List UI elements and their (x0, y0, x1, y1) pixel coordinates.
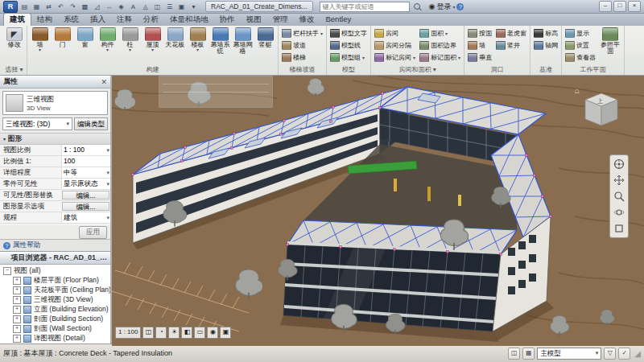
tab-insert[interactable]: 插入 (85, 14, 111, 26)
edit-button[interactable]: 编辑... (62, 191, 109, 200)
model-text-button[interactable]: 模型文字 (328, 27, 369, 39)
tab-view[interactable]: 视图 (241, 14, 267, 26)
unlocked-view-icon[interactable]: ▣ (220, 327, 231, 339)
expand-icon[interactable]: + (13, 315, 21, 323)
model-canvas[interactable]: ⌂ 上 (112, 76, 644, 346)
tree-item-building-section[interactable]: +剖面 (Building Section) (0, 315, 110, 324)
aligned-dimension-icon[interactable]: ↔ (104, 2, 114, 12)
tab-analyze[interactable]: 分析 (138, 14, 164, 26)
property-value[interactable]: 建筑▾ (61, 212, 110, 223)
ceiling-button[interactable]: 天花板 (164, 27, 186, 48)
design-options-icon[interactable]: ▦ (522, 348, 535, 360)
revit-app-button[interactable]: R (3, 1, 18, 13)
orbit-icon[interactable] (612, 205, 626, 220)
ramp-button[interactable]: 坡道 (280, 39, 324, 51)
navigation-wheel-icon[interactable] (612, 157, 626, 171)
column-button[interactable]: 柱▾ (119, 27, 141, 52)
maximize-button[interactable]: □ (613, 1, 626, 12)
collapse-icon[interactable]: − (3, 267, 11, 275)
tag-icon[interactable]: ◈ (116, 2, 126, 12)
tag-room-button[interactable]: 标记房间▾ (373, 51, 417, 63)
instance-selector[interactable]: 三维视图: (3D)▾ (2, 117, 72, 130)
switch-windows-icon[interactable]: ▣ (176, 2, 187, 12)
model-line-button[interactable]: 模型线 (328, 39, 369, 51)
tab-manage[interactable]: 管理 (267, 14, 294, 26)
detail-level-icon[interactable]: ◫ (142, 327, 154, 339)
model-group-button[interactable]: 模型组▾ (328, 51, 369, 63)
shadows-icon[interactable]: ◧ (181, 327, 192, 339)
filter-icon[interactable]: ▽ (604, 348, 616, 360)
stair-button[interactable]: 楼梯 (280, 51, 324, 63)
tree-item-ceiling-plan[interactable]: +天花板平面 (Ceiling Plan) (0, 286, 110, 295)
shaft-button[interactable]: 竖井 (494, 39, 528, 51)
wall-opening-button[interactable]: 墙 (466, 39, 493, 51)
show-crop-icon[interactable]: ◉ (207, 327, 218, 339)
view-scale-button[interactable]: 1 : 100 (115, 327, 141, 339)
tree-item-3d-view[interactable]: +三维视图 (3D View) (0, 295, 110, 305)
help-icon[interactable]: ? (456, 3, 464, 10)
measure-icon[interactable]: ◿ (92, 2, 102, 12)
pan-icon[interactable] (612, 173, 626, 187)
property-value[interactable]: 100 (61, 156, 110, 167)
undo-icon[interactable]: ↶ (56, 2, 66, 12)
expand-icon[interactable]: + (13, 277, 21, 285)
tree-item-building-elevation[interactable]: +立面 (Building Elevation) (0, 305, 110, 315)
panel-caption-room-area[interactable]: 房间和面积 ▾ (371, 65, 464, 75)
edit-button[interactable]: 编辑... (62, 202, 109, 211)
tab-collaborate[interactable]: 协作 (214, 14, 241, 26)
expand-icon[interactable]: + (13, 306, 21, 314)
properties-help-bar[interactable]: ? 属性帮助 (0, 239, 110, 251)
crop-view-icon[interactable]: ▭ (194, 327, 205, 339)
navigation-bar[interactable] (609, 154, 629, 238)
show-work-plane-button[interactable]: 显示 (564, 27, 597, 39)
dormer-button[interactable]: 老虎窗 (494, 27, 528, 39)
tab-bentley[interactable]: Bentley (320, 14, 357, 26)
curtain-system-button[interactable]: 幕墙系统 (209, 27, 231, 55)
expand-icon[interactable]: + (13, 286, 21, 294)
viewport-3d[interactable]: ⌂ 上 (112, 76, 644, 343)
tab-massing-site[interactable]: 体量和场地 (164, 14, 214, 26)
room-separator-button[interactable]: 房间分隔 (373, 39, 417, 51)
project-browser-header[interactable]: 项目浏览器 - RAC_AD_01_Create_Dim... (0, 252, 110, 265)
tab-annotate[interactable]: 注释 (111, 14, 138, 26)
design-option-select[interactable]: 主模型 ▾ (537, 348, 601, 360)
apply-button[interactable]: 应用 (79, 226, 107, 239)
edit-type-button[interactable]: 编辑类型 (74, 117, 108, 130)
property-value[interactable]: 显示原状态▾ (61, 179, 110, 189)
redo-icon[interactable]: ↷ (68, 2, 78, 12)
property-value[interactable]: 中等▾ (61, 167, 110, 178)
tab-structure[interactable]: 结构 (31, 14, 58, 26)
properties-header[interactable]: 属性 ✕ (0, 76, 110, 88)
worksets-icon[interactable]: ◫ (508, 348, 520, 360)
roof-button[interactable]: 屋顶▾ (142, 27, 163, 52)
resize-grip[interactable]: ◢ (634, 349, 641, 358)
tree-item-detail[interactable]: +详图视图 (Detail) (0, 334, 110, 343)
home-icon[interactable]: ⌂ (575, 86, 580, 95)
showcase-icon[interactable] (612, 221, 626, 236)
tab-systems[interactable]: 系统 (58, 14, 85, 26)
expand-icon[interactable]: + (13, 335, 21, 343)
wall-button[interactable]: 墙▾ (29, 27, 51, 52)
section-graphics[interactable]: ▾ 图形 (0, 133, 110, 145)
viewer-button[interactable]: 查看器 (564, 51, 597, 63)
default-3d-view-icon[interactable]: ◬ (140, 2, 151, 12)
visual-style-icon[interactable]: ◔ (155, 327, 167, 339)
editable-only-icon[interactable]: ✓ (618, 348, 630, 360)
area-boundary-button[interactable]: 面积边界 (418, 39, 462, 51)
expand-icon[interactable]: + (13, 325, 21, 333)
sun-path-icon[interactable]: ☀ (168, 327, 180, 339)
open-icon[interactable]: ▤ (19, 2, 30, 12)
sign-in-button[interactable]: ◉ 登录 ▾ (429, 2, 456, 12)
mullion-button[interactable]: 竖梃 (254, 27, 276, 48)
search-icon[interactable] (414, 3, 420, 10)
tab-architecture[interactable]: 建筑 (3, 13, 31, 26)
area-button[interactable]: 面积▾ (418, 27, 462, 39)
search-input[interactable] (320, 2, 410, 12)
expand-icon[interactable]: + (13, 296, 21, 304)
modify-button[interactable]: ◤ 修改 (3, 27, 25, 48)
vertical-opening-button[interactable]: 垂直 (466, 51, 493, 63)
curtain-grid-button[interactable]: 幕墙网格 (232, 27, 254, 55)
set-work-plane-button[interactable]: 设置 (564, 39, 597, 51)
save-icon[interactable]: ▦ (31, 2, 42, 12)
type-selector[interactable]: 三维视图 3D View (2, 91, 108, 115)
